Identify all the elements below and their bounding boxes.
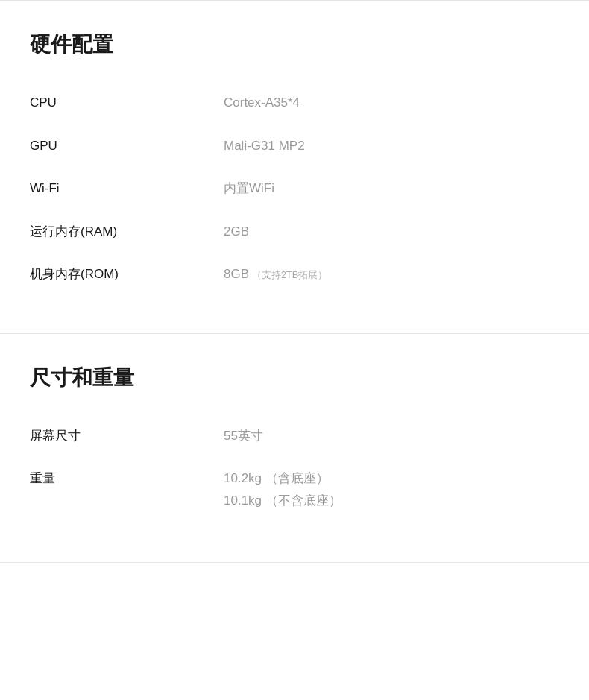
spec-value-dimensions-0: 55英寸 — [224, 426, 559, 446]
spec-row-hardware-0: CPUCortex-A35*4 — [30, 81, 559, 124]
spec-value-hardware-0: Cortex-A35*4 — [224, 93, 559, 113]
spec-value-hardware-4: 8GB （支持2TB拓展） — [224, 265, 559, 284]
spec-label-hardware-0: CPU — [30, 93, 224, 113]
spec-value-block-dimensions-1: 10.2kg （含底座）10.1kg （不含底座） — [224, 469, 559, 513]
spec-value-hardware-1: Mali-G31 MP2 — [224, 136, 559, 156]
section-title-dimensions: 尺寸和重量 — [30, 364, 559, 392]
spec-value-hardware-3: 2GB — [224, 222, 559, 242]
spec-label-dimensions-0: 屏幕尺寸 — [30, 426, 224, 446]
spec-label-hardware-3: 运行内存(RAM) — [30, 222, 224, 242]
spec-row-hardware-1: GPUMali-G31 MP2 — [30, 124, 559, 168]
spec-value-line-dimensions-1-0: 10.2kg （含底座） — [224, 469, 559, 488]
spec-label-hardware-2: Wi-Fi — [30, 179, 224, 198]
section-hardware: 硬件配置CPUCortex-A35*4GPUMali-G31 MP2Wi-Fi内… — [0, 0, 589, 334]
spec-table-hardware: CPUCortex-A35*4GPUMali-G31 MP2Wi-Fi内置WiF… — [30, 81, 559, 296]
spec-row-dimensions-1: 重量10.2kg （含底座）10.1kg （不含底座） — [30, 457, 559, 525]
page-container: 硬件配置CPUCortex-A35*4GPUMali-G31 MP2Wi-Fi内… — [0, 0, 589, 563]
spec-value-note-dimensions-1-0: （含底座） — [262, 471, 329, 485]
spec-value-line-dimensions-1-1: 10.1kg （不含底座） — [224, 491, 559, 511]
spec-value-hardware-2: 内置WiFi — [224, 179, 559, 198]
spec-row-hardware-3: 运行内存(RAM)2GB — [30, 210, 559, 253]
spec-row-hardware-4: 机身内存(ROM)8GB （支持2TB拓展） — [30, 253, 559, 296]
spec-row-hardware-2: Wi-Fi内置WiFi — [30, 167, 559, 210]
spec-value-note-dimensions-1-1: （不含底座） — [262, 494, 341, 508]
section-dimensions: 尺寸和重量屏幕尺寸55英寸重量10.2kg （含底座）10.1kg （不含底座） — [0, 334, 589, 564]
spec-table-dimensions: 屏幕尺寸55英寸重量10.2kg （含底座）10.1kg （不含底座） — [30, 414, 559, 526]
spec-row-dimensions-0: 屏幕尺寸55英寸 — [30, 414, 559, 458]
spec-note-hardware-4: （支持2TB拓展） — [249, 269, 327, 280]
spec-label-hardware-1: GPU — [30, 136, 224, 156]
spec-label-hardware-4: 机身内存(ROM) — [30, 265, 224, 284]
section-title-hardware: 硬件配置 — [30, 31, 559, 59]
spec-label-dimensions-1: 重量 — [30, 469, 224, 488]
